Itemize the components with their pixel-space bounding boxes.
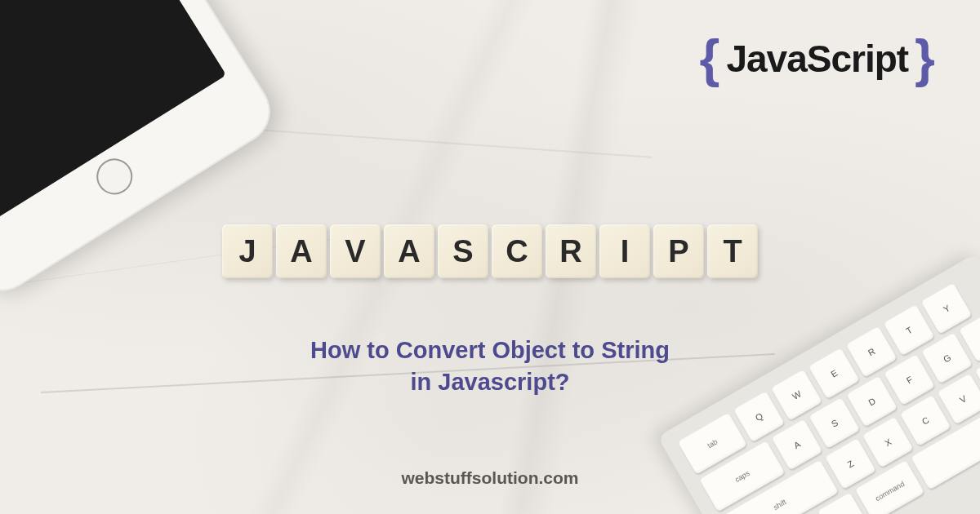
tile-letter: I: [599, 224, 650, 278]
tile-letter: R: [546, 224, 596, 278]
ipad-home-button-icon: [90, 152, 140, 202]
title-line-1: How to Convert Object to String: [204, 335, 776, 366]
website-domain: webstuffsolution.com: [402, 468, 579, 488]
tile-letter: T: [707, 224, 758, 278]
tile-letter: J: [222, 224, 273, 278]
tile-letter: S: [438, 224, 488, 278]
title-line-2: in Javascript?: [204, 366, 776, 398]
tile-letter: A: [384, 224, 434, 278]
javascript-logo-text: JavaScript: [726, 37, 908, 81]
javascript-logo: { JavaScript }: [699, 33, 935, 85]
scrabble-tiles: J A V A S C R I P T: [222, 224, 758, 278]
tile-letter: V: [330, 224, 381, 278]
tile-letter: P: [653, 224, 704, 278]
article-title: How to Convert Object to String in Javas…: [204, 335, 776, 398]
tile-letter: A: [276, 224, 327, 278]
right-brace-icon: }: [915, 33, 935, 85]
left-brace-icon: {: [699, 33, 719, 85]
tile-letter: C: [492, 224, 542, 278]
